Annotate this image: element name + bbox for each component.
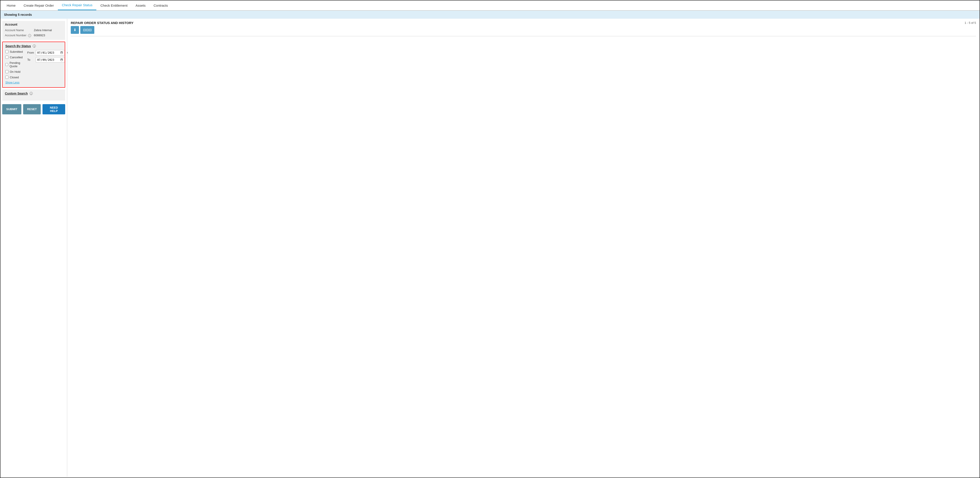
- toolbar-row: ⬇ ⊟⊟⊟: [71, 26, 976, 34]
- status-checkboxes: SubmittedCancelledPending QuoteOn HoldCl…: [5, 50, 23, 79]
- nav-item-check-repair-status[interactable]: Check Repair Status: [58, 0, 97, 10]
- custom-search-title: Custom Search i: [5, 92, 62, 95]
- from-date-input[interactable]: [36, 50, 65, 56]
- reset-button[interactable]: RESET: [23, 104, 41, 115]
- nav-item-create-repair-order[interactable]: Create Repair Order: [19, 1, 58, 10]
- account-name-label: Account Name: [5, 29, 34, 32]
- page-title: REPAIR ORDER STATUS AND HISTORY: [71, 21, 134, 25]
- account-section: Account Account Name Zebra Internal Acco…: [2, 21, 65, 40]
- top-navigation: HomeCreate Repair OrderCheck Repair Stat…: [0, 0, 980, 11]
- account-number-info-icon[interactable]: i: [28, 34, 31, 37]
- checkbox-row-pending-quote: Pending Quote: [5, 61, 23, 68]
- checkbox-row-submitted: Submitted: [5, 50, 23, 53]
- account-name-row: Account Name Zebra Internal: [5, 28, 62, 33]
- need-help-button[interactable]: NEED HELP: [43, 104, 65, 115]
- search-status-info-icon[interactable]: i: [33, 45, 36, 48]
- account-header: Account: [5, 23, 62, 26]
- checkbox-label-on-hold[interactable]: On Hold: [10, 70, 21, 73]
- content-header: REPAIR ORDER STATUS AND HISTORY 1 - 5 of…: [71, 21, 976, 25]
- action-buttons-row: SUBMIT RESET NEED HELP: [2, 104, 65, 115]
- records-count: Showing 5 records: [4, 13, 32, 16]
- checkbox-label-submitted[interactable]: Submitted: [10, 50, 23, 53]
- checkbox-row-closed: Closed: [5, 76, 23, 79]
- search-by-status-section: Search By Status i SubmittedCancelledPen…: [2, 41, 65, 88]
- columns-button[interactable]: ⊟⊟⊟: [80, 26, 94, 34]
- to-date-row: To: [27, 57, 65, 62]
- checkbox-row-cancelled: Cancelled: [5, 56, 23, 59]
- account-number-value: 6088923: [34, 33, 45, 37]
- records-bar: Showing 5 records: [0, 11, 980, 19]
- from-date-row: From: [27, 50, 65, 56]
- main-layout: Account Account Name Zebra Internal Acco…: [0, 19, 980, 476]
- account-number-row: Account Number i 6088923: [5, 33, 62, 38]
- custom-search-info-icon[interactable]: i: [30, 92, 33, 95]
- date-range-col: From To: [27, 50, 65, 79]
- submit-button[interactable]: SUBMIT: [2, 104, 21, 115]
- to-date-input[interactable]: [36, 57, 65, 62]
- checkbox-pending-quote[interactable]: [5, 63, 8, 66]
- checkbox-label-pending-quote[interactable]: Pending Quote: [10, 61, 23, 68]
- status-filter-body: SubmittedCancelledPending QuoteOn HoldCl…: [5, 50, 62, 79]
- account-number-label: Account Number i: [5, 33, 34, 37]
- search-status-title: Search By Status i: [5, 44, 62, 48]
- checkbox-cancelled[interactable]: [5, 56, 8, 59]
- to-label: To: [27, 58, 35, 61]
- columns-icon: ⊟⊟⊟: [83, 28, 92, 32]
- checkbox-closed[interactable]: [5, 76, 8, 79]
- from-label: From: [27, 51, 35, 54]
- nav-item-contracts[interactable]: Contracts: [150, 1, 172, 10]
- checkbox-label-cancelled[interactable]: Cancelled: [10, 56, 23, 59]
- download-icon: ⬇: [73, 28, 76, 32]
- download-button[interactable]: ⬇: [71, 26, 79, 34]
- custom-search-section: Custom Search i: [2, 89, 65, 100]
- checkbox-label-closed[interactable]: Closed: [10, 76, 19, 79]
- sidebar: Account Account Name Zebra Internal Acco…: [0, 19, 67, 476]
- checkbox-row-on-hold: On Hold: [5, 70, 23, 73]
- show-less-link[interactable]: Show Less: [5, 81, 19, 84]
- nav-item-home[interactable]: Home: [3, 1, 19, 10]
- account-name-value: Zebra Internal: [34, 29, 52, 32]
- checkbox-submitted[interactable]: [5, 50, 8, 53]
- checkbox-on-hold[interactable]: [5, 70, 8, 73]
- content-area: REPAIR ORDER STATUS AND HISTORY 1 - 5 of…: [67, 19, 980, 476]
- nav-item-assets[interactable]: Assets: [132, 1, 150, 10]
- nav-item-check-entitlement[interactable]: Check Entitlement: [96, 1, 132, 10]
- pagination: 1 - 5 of 5: [965, 21, 976, 24]
